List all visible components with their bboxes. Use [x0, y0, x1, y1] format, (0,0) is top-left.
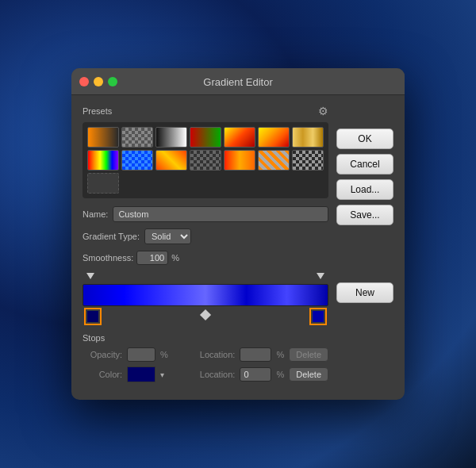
titlebar: Gradient Editor: [71, 68, 405, 95]
preset-swatch-15[interactable]: [87, 173, 119, 194]
top-stops: [83, 273, 328, 282]
preset-swatch-2[interactable]: [121, 127, 153, 148]
color-row: Color: ▾ Location: % Delete: [83, 366, 328, 382]
right-panel: OK Cancel Load... Save... New: [336, 105, 393, 387]
smoothness-unit: %: [171, 253, 179, 263]
name-label: Name:: [83, 209, 108, 219]
preset-swatch-11[interactable]: [190, 150, 221, 171]
preset-swatch-1[interactable]: [87, 127, 119, 148]
smoothness-row: Smoothness: %: [83, 251, 328, 265]
stops-title: Stops: [83, 333, 328, 343]
opacity-label: Opacity:: [83, 350, 122, 359]
name-row: Name:: [83, 206, 328, 222]
cancel-button[interactable]: Cancel: [336, 154, 393, 175]
color-stop-left[interactable]: [84, 308, 102, 325]
opacity-unit: %: [160, 350, 168, 359]
left-panel: Presets ⚙ Na: [83, 105, 328, 387]
preset-swatch-14[interactable]: [292, 150, 324, 171]
stops-section: Stops Opacity: % Location: % Delete Colo…: [83, 333, 328, 382]
opacity-location-input[interactable]: [240, 347, 271, 362]
smoothness-label: Smoothness:: [83, 253, 133, 263]
preset-swatch-6[interactable]: [258, 127, 290, 148]
opacity-loc-unit: %: [276, 350, 284, 359]
gradient-type-label: Gradient Type:: [83, 232, 140, 241]
color-location-input[interactable]: [240, 367, 271, 382]
gradient-bar[interactable]: [83, 284, 328, 306]
dialog-title: Gradient Editor: [203, 76, 272, 88]
save-button[interactable]: Save...: [336, 205, 393, 225]
color-stop-right[interactable]: [309, 308, 327, 325]
color-swatch[interactable]: [127, 366, 155, 382]
gradient-editor-dialog: Gradient Editor Presets ⚙: [71, 68, 405, 400]
color-dropdown-arrow[interactable]: ▾: [160, 370, 164, 379]
gradient-bar-area: [83, 273, 328, 327]
opacity-delete-button[interactable]: Delete: [289, 347, 328, 362]
preset-swatch-8[interactable]: [87, 150, 119, 171]
preset-swatch-10[interactable]: [155, 150, 187, 171]
presets-grid: [83, 122, 328, 198]
smoothness-input[interactable]: [136, 251, 168, 265]
gradient-type-row: Gradient Type: Solid Noise: [83, 228, 328, 244]
color-label: Color:: [83, 370, 122, 379]
color-loc-unit: %: [276, 370, 284, 379]
maximize-button[interactable]: [108, 77, 117, 86]
opacity-stop-left[interactable]: [86, 273, 95, 282]
color-location-label: Location:: [200, 370, 236, 379]
bottom-stops: [83, 308, 328, 327]
titlebar-buttons: [79, 77, 117, 86]
presets-section-label: Presets ⚙: [83, 105, 328, 117]
minimize-button[interactable]: [94, 77, 103, 86]
preset-swatch-5[interactable]: [224, 127, 255, 148]
presets-label: Presets: [83, 106, 112, 116]
color-delete-button[interactable]: Delete: [289, 367, 328, 382]
ok-button[interactable]: OK: [336, 129, 393, 149]
gear-icon[interactable]: ⚙: [318, 105, 328, 117]
opacity-row: Opacity: % Location: % Delete: [83, 347, 328, 362]
preset-swatch-4[interactable]: [190, 127, 221, 148]
midpoint-marker[interactable]: [200, 309, 211, 320]
preset-swatch-12[interactable]: [224, 150, 255, 171]
opacity-stop-right[interactable]: [316, 273, 325, 282]
opacity-input[interactable]: [127, 347, 155, 362]
close-button[interactable]: [79, 77, 89, 86]
opacity-location-label: Location:: [200, 350, 236, 359]
preset-swatch-3[interactable]: [155, 127, 187, 148]
preset-swatch-13[interactable]: [258, 150, 290, 171]
load-button[interactable]: Load...: [336, 179, 393, 200]
dialog-body: Presets ⚙ Na: [71, 95, 405, 400]
name-input[interactable]: [113, 206, 328, 222]
preset-swatch-9[interactable]: [121, 150, 153, 171]
preset-swatch-7[interactable]: [292, 127, 324, 148]
gradient-type-select[interactable]: Solid Noise: [144, 228, 191, 244]
new-button[interactable]: New: [336, 282, 393, 303]
